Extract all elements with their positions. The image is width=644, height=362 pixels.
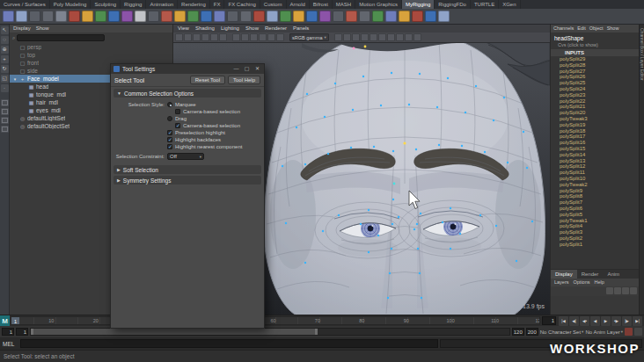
tool-help-button[interactable]: Tool Help [228,76,260,84]
viewport-menu-renderer[interactable]: Renderer [265,25,287,33]
command-line-input[interactable] [20,339,438,348]
input-node-polytweak1[interactable]: polyTweak1 [551,218,639,224]
input-node-polysplit4[interactable]: polySplit4 [551,223,639,229]
channelbox-menu-object[interactable]: Object [589,25,604,33]
shelf-icon[interactable] [201,11,212,22]
viewport-toolbar-icon[interactable] [405,33,413,41]
gamma-dropdown[interactable]: sRGB gamma ▾ [289,33,329,41]
input-node-polysplit19[interactable]: polySplit19 [551,122,639,128]
layer-tab-display[interactable]: Display [551,270,577,279]
input-node-polysplit13[interactable]: polySplit13 [551,158,639,164]
shelf-tab-arnold[interactable]: Arnold [287,0,310,9]
close-icon[interactable]: ✕ [253,65,261,73]
shelf-tab-riggingfdo[interactable]: RiggingFDo [435,0,471,9]
layer-tab-render[interactable]: Render [577,270,604,279]
minimize-icon[interactable]: — [232,65,240,73]
viewport-toolbar-icon[interactable] [241,33,249,41]
layer-menu-options[interactable]: Options [574,279,590,286]
create-layer-from-selected-button[interactable] [630,287,637,294]
viewport-toolbar-icon[interactable] [396,33,404,41]
outliner-menu-display[interactable]: Display [13,25,31,33]
shelf-icon[interactable] [425,11,436,22]
shelf-icon[interactable] [333,11,344,22]
rotate-tool[interactable]: ↻ [1,65,9,73]
shelf-icon[interactable] [280,11,291,22]
expander-icon[interactable]: ▾ [12,76,18,82]
input-node-polysplit26[interactable]: polySplit26 [551,74,639,80]
viewport-menu-lighting[interactable]: Lighting [221,25,239,33]
viewport-toolbar-icon[interactable] [210,33,218,41]
step-forward-key-button[interactable]: •▶ [611,316,621,326]
shelf-icon[interactable] [187,11,199,22]
outliner-item-tongue-mdl[interactable]: ▦tongue_mdl [10,90,117,98]
input-node-polysplit5[interactable]: polySplit5 [551,212,639,218]
shelf-icon[interactable] [267,11,278,22]
playback-end-field[interactable]: 120 [512,328,524,336]
shelf-tab-curves-surfaces[interactable]: Curves / Surfaces [0,0,50,9]
tool-settings-titlebar[interactable]: Tool Settings — ▢ ✕ [111,64,264,74]
sidebar-tab-channel-box[interactable]: Channel Box / Layer Editor [640,28,644,81]
input-node-polysplit3[interactable]: polySplit3 [551,229,639,235]
shelf-tab-bifrost[interactable]: Bifrost [310,0,333,9]
input-node-polysplit12[interactable]: polySplit12 [551,163,639,170]
input-node-polysplit15[interactable]: polySplit15 [551,146,639,152]
move-tool[interactable]: + [1,55,9,63]
range-slider-bar[interactable] [31,329,318,335]
maximize-icon[interactable]: ▢ [243,65,251,73]
shelf-icon[interactable] [42,11,54,22]
shelf-tab-custom[interactable]: Custom [260,0,287,9]
anim-layer-menu[interactable]: No Anim Layer▾ [585,329,623,335]
current-frame-field[interactable]: 1 [542,316,556,325]
shelf-tab-xgen[interactable]: XGen [499,0,520,9]
shelf-tab-turtle[interactable]: TURTLE [471,0,499,9]
viewport-toolbar-icon[interactable] [267,33,275,41]
time-slider[interactable]: 1 102030405060708090100110120 [11,316,540,325]
outliner-item-side[interactable]: ▢side [10,67,117,75]
shelf-icon[interactable] [69,11,80,22]
shelf-icon[interactable] [412,11,423,22]
reset-tool-button[interactable]: Reset Tool [190,76,225,84]
outliner-item-front[interactable]: ▢front [10,59,117,67]
go-to-start-button[interactable]: |◀ [559,316,568,326]
move-layer-down-icon[interactable] [614,287,621,294]
shelf-tab-fx[interactable]: FX [210,0,225,9]
shelf-icon[interactable] [372,11,384,22]
checkbox-camera-based-selection[interactable] [175,123,180,128]
input-node-polysplit21[interactable]: polySplit21 [551,104,639,110]
input-node-polysplit14[interactable]: polySplit14 [551,152,639,158]
range-slider[interactable] [30,328,510,336]
viewport-menu-panels[interactable]: Panels [293,25,309,33]
outliner-search-input[interactable] [17,34,105,41]
shelf-tab-myrigging[interactable]: MyRigging [402,0,435,9]
viewport-toolbar-icon[interactable] [259,33,267,41]
viewport-toolbar-icon[interactable] [175,33,183,41]
viewport-toolbar-icon[interactable] [184,33,192,41]
outliner-item-face-model[interactable]: ▾+Face_model [10,75,117,83]
input-node-polysplit18[interactable]: polySplit18 [551,128,639,134]
step-forward-frame-button[interactable]: |▶ [622,316,632,326]
layer-menu-layers[interactable]: Layers [554,279,569,286]
viewport-toolbar-icon[interactable] [370,33,377,41]
channelbox-menu-edit[interactable]: Edit [577,25,585,33]
shelf-icon[interactable] [55,11,67,22]
shelf-icon[interactable] [121,11,133,22]
shelf-tab-motion-graphics[interactable]: Motion Graphics [355,0,402,9]
viewport-toolbar-icon[interactable] [219,33,227,41]
outliner-item-hair-mdl[interactable]: ▦hair_mdl [10,98,117,106]
outliner-item-defaultobjectset[interactable]: ◎defaultObjectSet [10,122,117,130]
shelf-icon[interactable] [108,11,120,22]
shelf-icon[interactable] [3,11,14,22]
playback-start-field[interactable]: 1 [16,328,28,336]
shelf-tab-fx-caching[interactable]: FX Caching [224,0,260,9]
layout-persp-outliner-button[interactable] [1,117,9,124]
outliner-item-defaultlightset[interactable]: ◎defaultLightSet [10,114,117,122]
section-common-selection-options[interactable]: ▼ Common Selection Options [113,89,261,98]
input-node-polysplit28[interactable]: polySplit28 [551,62,639,69]
shelf-icon[interactable] [319,11,331,22]
viewport-toolbar-icon[interactable] [334,33,342,41]
layer-tab-anim[interactable]: Anim [603,270,624,279]
radio-marquee[interactable] [167,102,172,107]
checkbox-preselection-highlight[interactable] [167,130,172,135]
step-back-frame-button[interactable]: ◀| [569,316,579,326]
input-node-polysplit7[interactable]: polySplit7 [551,199,639,206]
